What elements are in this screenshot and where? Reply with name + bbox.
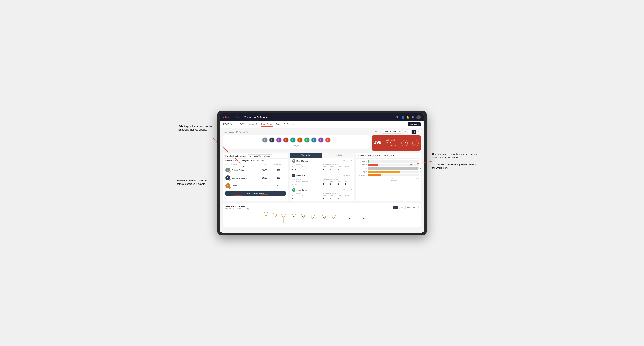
add-team-button[interactable]: Add Team bbox=[408, 123, 421, 126]
tablet-frame: clippd Home Teams My Performance 🔍 👤 🔔 ⚙… bbox=[217, 111, 427, 235]
player-activity-josh: J Josh Coles 26 Aug 2023 Total Rounds To… bbox=[290, 187, 354, 201]
scoring-card: Scoring Par 3, 4 & 5s ▾ All Players ▾ bbox=[356, 153, 421, 201]
bar-row-dbogeys: D. Bogeys + 131 bbox=[358, 174, 418, 176]
bell-icon[interactable]: 🔔 bbox=[406, 116, 409, 119]
nav-icons: 🔍 👤 🔔 ⚙️ U bbox=[396, 115, 421, 119]
chart-axis: 0 200 400 bbox=[358, 177, 418, 180]
table-row: R 1 Richard Butler 19/20 110 bbox=[223, 166, 288, 174]
bar-row-birdies: Birdies 96 bbox=[358, 164, 418, 166]
bar-fill-pars bbox=[368, 167, 418, 170]
player-avatar-4[interactable]: P bbox=[283, 137, 289, 143]
svg-text:5x: 5x bbox=[293, 215, 295, 217]
yardage-from: 16 yds bbox=[402, 140, 408, 146]
par-filter-dropdown[interactable]: Par 3, 4 & 5s ▾ bbox=[367, 154, 382, 157]
view-icons: ⊞ ☰ ▦ ≡ bbox=[403, 130, 421, 134]
nav-links: Home Teams My Performance bbox=[236, 115, 393, 119]
players-filter-dropdown[interactable]: All Players ▾ bbox=[383, 154, 396, 157]
player-avatar-3[interactable]: P bbox=[276, 137, 282, 143]
settings-icon[interactable]: ⚙️ bbox=[412, 116, 414, 119]
streaks-svg: 7x 6x 6x 5x 5x bbox=[226, 211, 418, 225]
activity-avatar-josh: J bbox=[292, 188, 296, 192]
practice-leaderboards-card: Practice Leaderboards PUTT Must Make Put… bbox=[223, 153, 288, 201]
players-row: P P P P P P P P P P Players bbox=[223, 135, 370, 149]
bar-track-bogeys: 311 bbox=[368, 171, 418, 173]
streaks-tab-app[interactable]: APP bbox=[399, 206, 405, 209]
sub-nav-team-clippd[interactable]: Team Clippd bbox=[261, 122, 273, 127]
leaderboard-header: Practice Leaderboards PUTT Must Make Put… bbox=[223, 153, 288, 159]
shot-details: Shot Dist: 16 yds Start Lie: Rough End L… bbox=[384, 139, 399, 147]
sub-nav-all-players[interactable]: All Players bbox=[284, 122, 294, 127]
streaks-tab-ott[interactable]: OTT bbox=[393, 206, 398, 209]
svg-text:4x: 4x bbox=[323, 216, 324, 218]
player-activity-header-3: J Josh Coles 26 Aug 2023 bbox=[292, 188, 352, 192]
player-avatar-7[interactable]: P bbox=[304, 137, 310, 143]
activity-avatar-rees: R bbox=[292, 174, 296, 177]
chevron-icon-2: ▾ bbox=[393, 155, 394, 157]
sub-nav-tour[interactable]: Tour bbox=[276, 122, 280, 127]
tab-most-active[interactable]: Most Active bbox=[290, 153, 322, 158]
streaks-tab-putt[interactable]: PUTT bbox=[412, 206, 419, 209]
player-activity-rees: R Rees Britt 02 Sep 2023 Total Rounds To… bbox=[290, 172, 354, 187]
total-rounds-section-3: Total Rounds Tournament Practice 7 2 bbox=[292, 193, 322, 200]
three-columns: Practice Leaderboards PUTT Must Make Put… bbox=[223, 153, 421, 201]
sub-nav-hcaps[interactable]: Hcaps 1-5 bbox=[248, 122, 258, 127]
nav-link-home[interactable]: Home bbox=[236, 115, 242, 119]
nav-link-performance[interactable]: My Performance bbox=[254, 115, 269, 119]
player-activity-blair: B Blair McHarg 26 Aug 2023 Total Rounds … bbox=[290, 158, 354, 172]
player-activity-header-2: R Rees Britt 02 Sep 2023 bbox=[292, 174, 352, 177]
bar-fill-dbogeys bbox=[368, 174, 381, 176]
nav-link-teams[interactable]: Teams bbox=[244, 115, 250, 119]
chart-axis-label: Total Shots bbox=[358, 180, 418, 181]
grid-view-icon[interactable]: ⊞ bbox=[403, 130, 407, 134]
player-avatar-5[interactable]: P bbox=[290, 137, 296, 143]
player-avatar-6[interactable]: P bbox=[297, 137, 303, 143]
users-icon[interactable]: 👤 bbox=[401, 116, 404, 119]
streaks-tabs: OTT APP ARG PUTT bbox=[393, 206, 418, 209]
detail-view-icon[interactable]: ≡ bbox=[417, 130, 421, 134]
chevron-down-icon: ▾ bbox=[270, 155, 271, 157]
total-rounds-section-2: Total Rounds Tournament Practice 8 4 bbox=[292, 178, 322, 185]
yardage-display: 16 yds → 0 yds bbox=[402, 140, 418, 146]
sub-nav-pgat[interactable]: PGAT Players bbox=[223, 122, 236, 127]
drill-dropdown[interactable]: PUTT Must Make Putting... ▾ bbox=[248, 155, 273, 158]
player-avatar-1[interactable]: P bbox=[262, 137, 268, 143]
player-avatar-richard: R 1 bbox=[226, 168, 230, 173]
player-avatar-cameron: C 3 bbox=[226, 183, 230, 188]
tab-least-active[interactable]: Least Active bbox=[322, 153, 354, 158]
page-wrapper: Select a practice drill and see the lead… bbox=[217, 111, 427, 235]
streaks-chart-area: 7x 6x 6x 5x 5x bbox=[226, 211, 418, 225]
annotation-bottom-left: See who is the most and least active amo… bbox=[177, 179, 212, 185]
yardage-to: 0 yds bbox=[412, 140, 418, 146]
streaks-tab-arg[interactable]: ARG bbox=[406, 206, 412, 209]
bar-track-dbogeys: 131 bbox=[368, 174, 418, 176]
rounds-grid-1: Total Rounds Tournament Practice 7 6 bbox=[292, 164, 352, 171]
search-icon[interactable]: 🔍 bbox=[396, 116, 399, 119]
sub-nav-pga[interactable]: PGA bbox=[240, 122, 244, 127]
avatar[interactable]: U bbox=[416, 115, 421, 119]
list-view-icon[interactable]: ☰ bbox=[408, 130, 412, 134]
bar-fill-bogeys bbox=[368, 171, 400, 173]
view-full-leaderboard-button[interactable]: View Full Leaderboard bbox=[226, 191, 286, 195]
main-content: Team Clippd | 14 Players ✏️ Show: Last 3… bbox=[220, 128, 424, 233]
show-period-select[interactable]: Last 3 months Last 6 months Last 12 mont… bbox=[382, 130, 402, 134]
team-header: Team Clippd | 14 Players ✏️ Show: Last 3… bbox=[223, 130, 421, 134]
bar-row-bogeys: Bogeys 311 bbox=[358, 171, 418, 173]
player-avatar-10[interactable]: P bbox=[325, 137, 331, 143]
nav-logo: clippd bbox=[223, 116, 232, 119]
svg-text:7x: 7x bbox=[265, 213, 267, 215]
player-avatar-8[interactable]: P bbox=[311, 137, 317, 143]
rank-badge-silver: 2 bbox=[228, 178, 231, 181]
team-title: Team Clippd | 14 Players ✏️ bbox=[223, 130, 248, 133]
player-avatar-2[interactable]: P bbox=[269, 137, 275, 143]
practice-activities-section-3: Total Practice Activities OTT APP ARG PU… bbox=[322, 193, 352, 200]
edit-team-icon[interactable]: ✏️ bbox=[246, 131, 248, 133]
player-avatar-9[interactable]: P bbox=[318, 137, 324, 143]
rank-badge-gold: 1 bbox=[228, 171, 231, 173]
card-view-icon[interactable]: ▦ bbox=[412, 130, 416, 134]
scoring-chart: Eagles 3 Birdies bbox=[356, 159, 421, 183]
leaderboard-subtitle: PUTT Must Make Putting (3-6 ft), Last 3 … bbox=[223, 159, 288, 163]
players-and-shot: P P P P P P P P P P Players bbox=[223, 135, 421, 151]
svg-text:3x: 3x bbox=[363, 217, 365, 219]
svg-text:3x: 3x bbox=[349, 217, 351, 219]
scoring-card-header: Scoring Par 3, 4 & 5s ▾ All Players ▾ bbox=[356, 153, 421, 159]
